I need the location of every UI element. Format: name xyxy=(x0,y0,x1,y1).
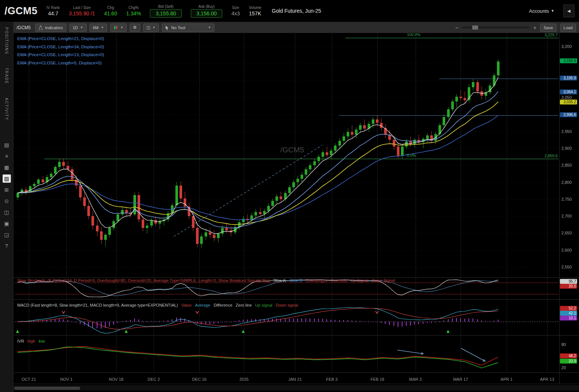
stochastic-study-label: Slow Stochastic (K Period=14, D Period=9… xyxy=(17,278,398,283)
size-field: Size 4x3 xyxy=(231,6,240,16)
fib-percent-label: 0.0% xyxy=(407,153,416,158)
package-icon[interactable]: ▣ xyxy=(3,219,11,228)
ema-34-label[interactable]: EMA (Price=CLOSE, Length=34, Displace=0) xyxy=(17,43,104,51)
ema-13-label[interactable]: EMA (Price=CLOSE, Length=13, Displace=0) xyxy=(17,51,104,59)
toolbar-symbol-label: /GCM5 xyxy=(16,25,31,30)
sidebar-icon-group: ▤≡▦▨⊞⊙◫▣◲? xyxy=(3,141,11,250)
candlestick-icon xyxy=(114,25,118,30)
chart-scrollbar[interactable] xyxy=(13,386,579,391)
macd-legend-difference[interactable]: Difference xyxy=(214,303,232,307)
grid-layout-dropdown[interactable]: ◫ ▼ xyxy=(143,24,159,32)
stoch-legend-down-signal[interactable]: Down Signal xyxy=(372,278,395,283)
beaker-icon xyxy=(39,25,43,30)
contract-description: Gold Futures, Jun-25 xyxy=(272,8,321,14)
chart-area: EMA (Price=CLOSE, Length=21, Displace=0)… xyxy=(13,33,579,392)
chart-icon[interactable]: ▨ xyxy=(3,174,11,183)
thinkorswim-app: /GCM5 IV Rank 44.7 Last / Size 3,155.90 … xyxy=(0,0,579,392)
ivr-legend-high[interactable]: high xyxy=(27,339,35,343)
chevron-down-icon: ▼ xyxy=(120,26,123,29)
collapse-panel-button[interactable]: ◀ xyxy=(563,4,575,17)
symbol-title: /GCM5 xyxy=(4,5,37,17)
macd-value-badge: 52.2 xyxy=(560,306,577,311)
zoom-in-button[interactable]: + xyxy=(533,25,536,31)
macd-legend-average[interactable]: Average xyxy=(195,303,210,307)
accounts-menu[interactable]: Accounts ▼ xyxy=(529,8,554,14)
stoch-legend-overbought[interactable]: Overbought xyxy=(306,278,327,283)
sidebar-tab-positions[interactable]: POSITIONS xyxy=(4,27,9,54)
sidebar-tab-activity[interactable]: ACTIVITY xyxy=(4,98,9,121)
drawing-tool-dropdown[interactable]: No Tool ▼ xyxy=(162,24,214,32)
ivr-settings-label[interactable]: IVR xyxy=(17,339,24,343)
macd-legend-zero-line[interactable]: Zero line xyxy=(236,303,252,307)
fib-value-label: 2,869.6 xyxy=(537,154,558,158)
stoch-legend-slow-k[interactable]: Slow K xyxy=(273,278,286,283)
zoom-slider-handle[interactable] xyxy=(472,25,478,30)
stoch-legend-oversold[interactable]: Oversold xyxy=(331,278,347,283)
chevron-left-icon: ◀ xyxy=(567,9,570,13)
quotes-icon[interactable]: ▤ xyxy=(3,141,11,149)
grid-layout-icon: ◫ xyxy=(147,25,150,30)
clock-icon[interactable]: ⊙ xyxy=(3,197,11,205)
macd-value-badge: 42.1 xyxy=(560,311,577,316)
chevron-down-icon: ▼ xyxy=(153,26,156,29)
save-button[interactable]: Save xyxy=(540,24,556,32)
chevron-down-icon: ▼ xyxy=(208,26,211,29)
price-badge: 2,996.6 xyxy=(560,112,577,117)
macd-legend-value[interactable]: Value xyxy=(181,303,192,307)
gear-icon: ⚙ xyxy=(133,25,137,30)
macd-legend-up-signal[interactable]: Up signal xyxy=(255,303,272,307)
stoch-value-badge: 20.0 xyxy=(560,284,577,289)
range-dropdown[interactable]: 6M ▼ xyxy=(90,24,107,32)
indicators-button[interactable]: Indicators xyxy=(35,24,66,32)
change-field: Chg 41.60 xyxy=(104,6,117,16)
ema-5-label[interactable]: EMA (Price=CLOSE, Length=5, Displace=0) xyxy=(17,59,104,67)
change-percent-field: Chg% 1.34% xyxy=(126,6,141,16)
macd-settings-label[interactable]: MACD (Fast length=8, Slow length=21, MAC… xyxy=(17,303,178,307)
help-icon[interactable]: ? xyxy=(3,242,11,250)
stoch-legend-up-signal[interactable]: Up Signal xyxy=(350,278,368,283)
people-icon[interactable]: ◫ xyxy=(3,208,11,216)
ask-buy-button[interactable]: Ask (Buy) 3,156.00 xyxy=(191,4,223,18)
list-icon[interactable]: ≡ xyxy=(3,152,11,160)
ivr-legend-low[interactable]: low xyxy=(39,339,45,343)
calendar-icon[interactable]: ▦ xyxy=(3,163,11,171)
stoch-legend-slow-d[interactable]: Slow D xyxy=(289,278,302,283)
fib-value-label: 3,225.7 xyxy=(537,33,558,37)
ivr-value-badge: 33.9 xyxy=(560,359,577,364)
monitor-icon[interactable]: ◲ xyxy=(3,231,11,239)
sidebar-tab-trade[interactable]: TRADE xyxy=(4,68,9,84)
symbol-header: /GCM5 IV Rank 44.7 Last / Size 3,155.90 … xyxy=(0,0,579,22)
chevron-down-icon: ▼ xyxy=(80,26,83,29)
zoom-slider[interactable] xyxy=(462,27,530,28)
chart-canvas[interactable] xyxy=(13,33,579,392)
last-size-field: Last / Size 3,155.90 /1 xyxy=(69,6,95,16)
chart-style-dropdown[interactable]: ▼ xyxy=(110,24,127,32)
chart-settings-gear[interactable]: ⚙ xyxy=(130,24,140,32)
bid-sell-button[interactable]: Bid (Sell) 3,155.80 xyxy=(150,4,182,18)
study-labels: EMA (Price=CLOSE, Length=21, Displace=0)… xyxy=(17,35,104,67)
chevron-down-icon: ▼ xyxy=(101,26,104,29)
price-badge: 3,105.9 xyxy=(560,76,577,80)
price-badge: 3,155.9 xyxy=(560,58,577,63)
macd-legend-down-signal[interactable]: Down signal xyxy=(276,303,298,307)
price-badge: 3,064.1 xyxy=(560,89,577,94)
fib-percent-label: 100.0% xyxy=(407,33,420,37)
zoom-out-button[interactable]: − xyxy=(455,25,458,31)
macd-study-label: MACD (Fast length=8, Slow length=21, MAC… xyxy=(17,303,302,307)
price-badge: 3,035.2 xyxy=(560,100,577,104)
symbol-watermark: /GCM5 xyxy=(280,146,304,154)
ivr-study-label: IVRhighlow xyxy=(17,339,48,343)
left-gadget-sidebar: POSITIONS TRADE ACTIVITY ▤≡▦▨⊞⊙◫▣◲? xyxy=(0,22,13,392)
grid-icon[interactable]: ⊞ xyxy=(3,186,11,194)
stoch-settings-label[interactable]: Slow Stochastic (K Period=14, D Period=9… xyxy=(17,278,270,283)
stoch-value-badge: 95.7 xyxy=(560,279,577,284)
timeframe-dropdown[interactable]: 1D ▼ xyxy=(69,24,87,32)
ivr-value-badge: 48.2 xyxy=(560,353,577,358)
cursor-icon xyxy=(165,25,169,30)
ema-21-label[interactable]: EMA (Price=CLOSE, Length=21, Displace=0) xyxy=(17,35,104,43)
scrollbar-handle[interactable] xyxy=(14,387,80,390)
volume-field: Volume 157K xyxy=(249,6,261,16)
iv-rank-field: IV Rank 44.7 xyxy=(46,6,60,16)
chart-toolbar: /GCM5 Indicators 1D ▼ 6M ▼ xyxy=(13,22,579,33)
load-button[interactable]: Load xyxy=(560,24,576,32)
